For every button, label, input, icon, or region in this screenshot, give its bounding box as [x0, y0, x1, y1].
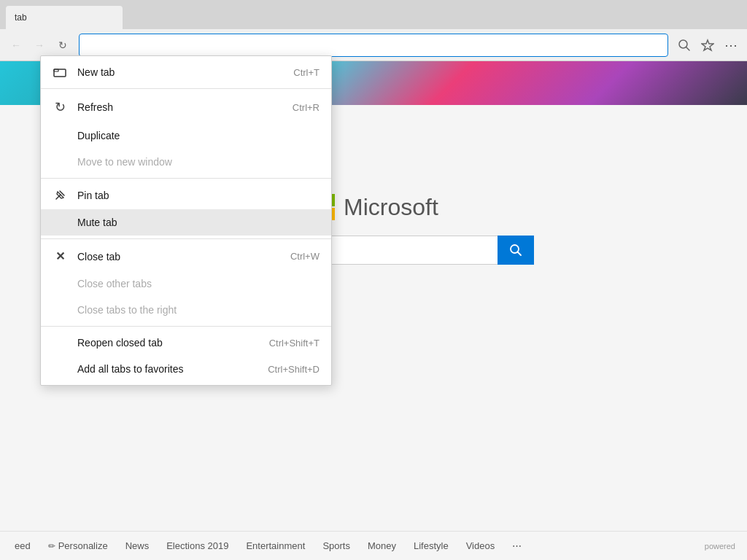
menu-label-mute-tab: Mute tab [77, 217, 117, 228]
svg-line-1 [686, 47, 690, 50]
shortcut-add-all-favorites: Ctrl+Shift+D [268, 364, 320, 375]
browser-chrome: tab ← → ↻ ⋯ [0, 0, 747, 61]
bottom-nav-item-entertainment[interactable]: Entertainment [237, 532, 314, 560]
menu-item-reopen-closed-tab[interactable]: Reopen closed tab Ctrl+Shift+T [41, 330, 331, 356]
menu-label-add-all-favorites: Add all tabs to favorites [77, 363, 184, 375]
bottom-nav-label-personalize: Personalize [58, 540, 108, 551]
menu-label-close-tab: Close tab [77, 251, 120, 262]
bottom-nav-item-elections[interactable]: Elections 2019 [158, 532, 237, 560]
back-button[interactable]: ← [6, 35, 26, 55]
address-bar[interactable] [79, 34, 668, 57]
close-icon: ✕ [53, 249, 67, 263]
menu-item-move-to-new-window[interactable]: Move to new window [41, 149, 331, 175]
menu-item-close-other-tabs[interactable]: Close other tabs [41, 271, 331, 297]
menu-item-new-tab[interactable]: New tab Ctrl+T [41, 59, 331, 85]
menu-item-mute-tab[interactable]: Mute tab [41, 209, 331, 236]
menu-item-duplicate[interactable]: Duplicate [41, 122, 331, 149]
refresh-button[interactable]: ↻ [53, 35, 73, 55]
bottom-nav-item-more[interactable]: ⋯ [503, 532, 530, 560]
shortcut-new-tab: Ctrl+T [293, 67, 320, 78]
menu-item-add-all-favorites[interactable]: Add all tabs to favorites Ctrl+Shift+D [41, 356, 331, 382]
bottom-nav-item-money[interactable]: Money [359, 532, 405, 560]
bottom-nav-label-money: Money [368, 540, 396, 551]
menu-label-refresh: Refresh [77, 101, 113, 113]
bottom-nav-label-feed: eed [15, 540, 31, 551]
bottom-nav-item-videos[interactable]: Videos [457, 532, 504, 560]
search-button[interactable] [498, 236, 534, 265]
menu-item-refresh[interactable]: ↻ Refresh Ctrl+R [41, 92, 331, 122]
shortcut-refresh: Ctrl+R [293, 102, 320, 113]
more-button[interactable]: ⋯ [721, 35, 741, 55]
menu-item-pin-tab[interactable]: Pin tab [41, 182, 331, 209]
divider-2 [41, 178, 331, 179]
tab-label: tab [15, 12, 27, 23]
menu-label-reopen-closed-tab: Reopen closed tab [77, 337, 163, 349]
bottom-nav: eed ✏ Personalize News Elections 2019 En… [0, 531, 747, 560]
menu-label-pin-tab: Pin tab [77, 190, 109, 201]
svg-rect-5 [54, 69, 66, 77]
divider-4 [41, 326, 331, 327]
new-tab-icon [53, 67, 67, 77]
menu-label-move-to-new-window: Move to new window [77, 156, 172, 168]
bottom-nav-item-personalize[interactable]: ✏ Personalize [39, 532, 117, 560]
search-toolbar-icon[interactable] [674, 35, 694, 55]
svg-line-4 [518, 252, 522, 255]
menu-item-close-tab[interactable]: ✕ Close tab Ctrl+W [41, 242, 331, 271]
context-menu: New tab Ctrl+T ↻ Refresh Ctrl+R Duplicat… [40, 55, 332, 386]
forward-button[interactable]: → [29, 35, 50, 55]
refresh-icon: ↻ [53, 99, 67, 115]
bottom-nav-label-videos: Videos [466, 540, 495, 551]
bottom-nav-label-elections: Elections 2019 [166, 540, 228, 551]
divider-1 [41, 88, 331, 89]
shortcut-close-tab: Ctrl+W [290, 251, 320, 262]
svg-marker-2 [702, 40, 713, 50]
bottom-nav-item-news[interactable]: News [117, 532, 158, 560]
bottom-nav-item-feed[interactable]: eed [6, 532, 39, 560]
menu-label-close-other-tabs: Close other tabs [77, 278, 152, 289]
bottom-nav-label-entertainment: Entertainment [246, 540, 305, 551]
bottom-nav-label-lifestyle: Lifestyle [414, 540, 449, 551]
bottom-nav-label-sports: Sports [322, 540, 350, 551]
bottom-nav-item-lifestyle[interactable]: Lifestyle [405, 532, 457, 560]
bottom-nav-label-news: News [125, 540, 150, 551]
browser-tab[interactable]: tab [6, 6, 123, 29]
bottom-nav-item-sports[interactable]: Sports [314, 532, 359, 560]
microsoft-text: Microsoft [344, 194, 438, 221]
pencil-icon: ✏ [48, 541, 55, 551]
shortcut-reopen-closed-tab: Ctrl+Shift+T [269, 338, 320, 349]
pin-icon [53, 189, 67, 202]
tab-bar: tab [0, 0, 747, 29]
menu-item-close-tabs-right[interactable]: Close tabs to the right [41, 297, 331, 323]
svg-rect-6 [54, 69, 58, 71]
menu-label-duplicate: Duplicate [77, 130, 120, 141]
favorites-toolbar-icon[interactable] [697, 35, 718, 55]
menu-label-close-tabs-right: Close tabs to the right [77, 304, 177, 316]
more-dots-icon: ⋯ [512, 540, 522, 551]
powered-text: powered [705, 542, 741, 551]
menu-label-new-tab: New tab [77, 66, 115, 78]
address-input[interactable] [85, 39, 662, 50]
divider-3 [41, 238, 331, 239]
